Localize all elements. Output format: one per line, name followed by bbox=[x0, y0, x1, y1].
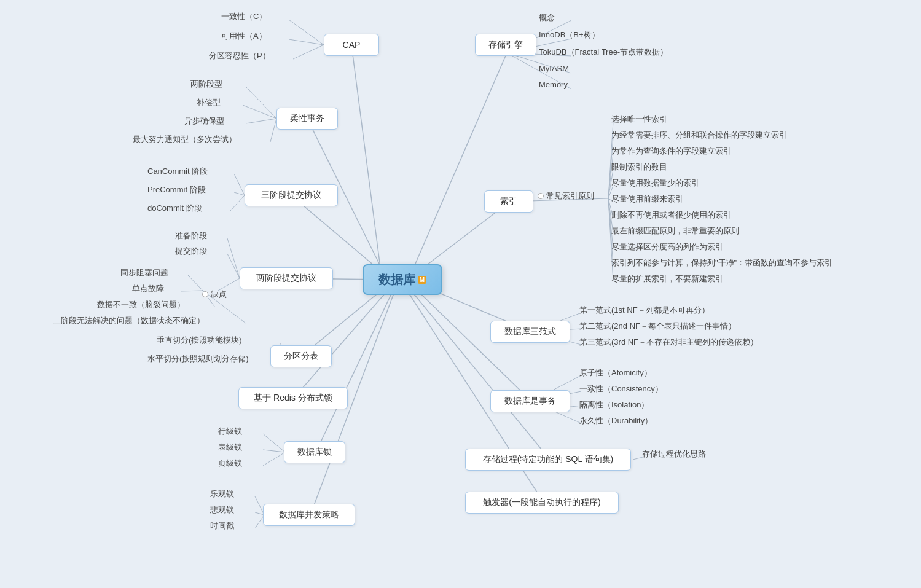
db-3nf-node: 数据库三范式 bbox=[490, 321, 570, 343]
db-acid-node: 数据库是事务 bbox=[490, 390, 570, 412]
se-myiasm-node: MyIASM bbox=[539, 64, 569, 73]
twop-submit-node: 提交阶段 bbox=[175, 246, 207, 257]
index-principle-label: 常见索引原则 bbox=[546, 190, 594, 202]
idx-p6-label: 尽量使用前缀来索引 bbox=[611, 194, 683, 205]
idx-p10-node: 索引列不能参与计算，保持列"干净"：带函数的查询不参与索引 bbox=[611, 257, 833, 269]
idx-p2-label: 为经常需要排序、分组和联合操作的字段建立索引 bbox=[611, 130, 787, 141]
svg-line-16 bbox=[293, 45, 324, 59]
idx-p2-node: 为经常需要排序、分组和联合操作的字段建立索引 bbox=[611, 130, 787, 141]
svg-line-22 bbox=[234, 192, 245, 195]
se-innodb-label: InnoDB（B+树） bbox=[539, 29, 600, 41]
storage-engine-node: 存储引擎 bbox=[475, 34, 536, 56]
se-memory-label: Memory bbox=[539, 80, 568, 89]
db-lock-node: 数据库锁 bbox=[284, 441, 345, 463]
partition-node: 分区分表 bbox=[270, 345, 332, 367]
def-incon-node: 数据不一致（脑裂问题） bbox=[97, 299, 185, 310]
svg-line-17 bbox=[246, 87, 276, 119]
ft-async-label: 异步确保型 bbox=[184, 116, 224, 127]
svg-line-6 bbox=[316, 290, 393, 452]
idx-p1-node: 选择唯一性索引 bbox=[611, 114, 667, 125]
index-principle-group: 常见索引原则 bbox=[538, 190, 594, 202]
part-h-label: 水平切分(按照规则划分存储) bbox=[147, 353, 249, 364]
def-incon-label: 数据不一致（脑裂问题） bbox=[97, 299, 185, 310]
cap-a-label: 可用性（A） bbox=[221, 31, 267, 42]
cap-a-node: 可用性（A） bbox=[221, 31, 267, 42]
se-toku-label: TokuDB（Fractal Tree-节点带数据） bbox=[539, 47, 668, 58]
nf1-node: 第一范式(1st NF－列都是不可再分） bbox=[579, 305, 710, 316]
acid-a-label: 原子性（Atomicity） bbox=[579, 367, 652, 378]
ft-comp-node: 补偿型 bbox=[197, 97, 221, 108]
ft-async-node: 异步确保型 bbox=[184, 116, 224, 127]
lock-page-label: 页级锁 bbox=[218, 458, 242, 469]
nf1-label: 第一范式(1st NF－列都是不可再分） bbox=[579, 305, 710, 316]
twop-submit-label: 提交阶段 bbox=[175, 246, 207, 257]
tp-do-node: doCommit 阶段 bbox=[147, 203, 202, 214]
def-single-label: 单点故障 bbox=[132, 283, 164, 294]
idx-p7-node: 删除不再使用或者很少使用的索引 bbox=[611, 210, 731, 221]
idx-p8-node: 最左前缀匹配原则，非常重要的原则 bbox=[611, 225, 739, 237]
flexible-tx-node: 柔性事务 bbox=[276, 108, 338, 130]
storage-engine-label: 存储引擎 bbox=[488, 39, 523, 50]
def-unsolvable-label: 二阶段无法解决的问题（数据状态不确定） bbox=[53, 315, 205, 326]
nf3-node: 第三范式(3rd NF－不存在对非主键列的传递依赖） bbox=[579, 337, 758, 348]
ft-best-node: 最大努力通知型（多次尝试） bbox=[133, 134, 237, 145]
idx-p5-label: 尽量使用数据量少的索引 bbox=[611, 178, 699, 189]
def-sync-node: 同步阻塞问题 bbox=[120, 267, 168, 278]
idx-p3-node: 为常作为查询条件的字段建立索引 bbox=[611, 146, 731, 157]
se-concept-label: 概念 bbox=[539, 12, 555, 23]
index-principle-dot bbox=[538, 193, 544, 199]
idx-p1-label: 选择唯一性索引 bbox=[611, 114, 667, 125]
redis-lock-label: 基于 Redis 分布式锁 bbox=[254, 393, 332, 404]
se-toku-node: TokuDB（Fractal Tree-节点带数据） bbox=[539, 47, 668, 58]
flexible-tx-label: 柔性事务 bbox=[290, 113, 324, 124]
tp-can-node: CanCommit 阶段 bbox=[147, 166, 208, 177]
center-label: 数据库 bbox=[378, 272, 415, 288]
idx-p5-node: 尽量使用数据量少的索引 bbox=[611, 178, 699, 189]
idx-p3-label: 为常作为查询条件的字段建立索引 bbox=[611, 146, 731, 157]
idx-p9-label: 尽量选择区分度高的列作为索引 bbox=[611, 241, 723, 253]
svg-line-21 bbox=[234, 174, 245, 195]
db-lock-label: 数据库锁 bbox=[297, 447, 332, 458]
sp-opt-label: 存储过程优化思路 bbox=[642, 449, 706, 460]
idx-p9-node: 尽量选择区分度高的列作为索引 bbox=[611, 241, 723, 253]
acid-a-node: 原子性（Atomicity） bbox=[579, 367, 652, 378]
conc-opt-node: 乐观锁 bbox=[210, 488, 234, 500]
lock-table-node: 表级锁 bbox=[218, 442, 242, 453]
se-innodb-node: InnoDB（B+树） bbox=[539, 29, 600, 41]
se-concept-node: 概念 bbox=[539, 12, 555, 23]
center-node: 数据库 M bbox=[363, 264, 442, 295]
redis-lock-node: 基于 Redis 分布式锁 bbox=[238, 387, 348, 409]
conc-time-node: 时间戳 bbox=[210, 520, 234, 531]
se-myiasm-label: MyIASM bbox=[539, 64, 569, 73]
cap-p-node: 分区容忍性（P） bbox=[209, 50, 270, 61]
ft-2phase-label: 两阶段型 bbox=[190, 79, 222, 90]
conc-time-label: 时间戳 bbox=[210, 520, 234, 531]
se-memory-node: Memory bbox=[539, 80, 568, 89]
index-node: 索引 bbox=[484, 190, 533, 213]
svg-line-23 bbox=[230, 195, 245, 211]
svg-line-47 bbox=[608, 154, 613, 198]
cap-c-label: 一致性（C） bbox=[221, 11, 267, 22]
ft-comp-label: 补偿型 bbox=[197, 97, 221, 108]
cap-p-label: 分区容忍性（P） bbox=[209, 50, 270, 61]
svg-line-0 bbox=[351, 45, 381, 272]
lock-table-label: 表级锁 bbox=[218, 442, 242, 453]
db-3nf-label: 数据库三范式 bbox=[504, 326, 556, 337]
svg-line-33 bbox=[263, 434, 285, 452]
svg-line-8 bbox=[412, 53, 507, 272]
mindmap-container: 数据库 M CAP 一致性（C） 可用性（A） 分区容忍性（P） 柔性事务 两阶… bbox=[0, 0, 921, 588]
stored-proc-node: 存储过程(特定功能的 SQL 语句集) bbox=[465, 449, 631, 471]
svg-line-19 bbox=[246, 119, 276, 123]
tp-pre-label: PreCommit 阶段 bbox=[147, 184, 206, 195]
acid-i-node: 隔离性（Isolation） bbox=[579, 399, 649, 410]
acid-i-label: 隔离性（Isolation） bbox=[579, 399, 649, 410]
cap-c-node: 一致性（C） bbox=[221, 11, 267, 22]
conc-opt-label: 乐观锁 bbox=[210, 488, 234, 500]
svg-line-27 bbox=[188, 275, 203, 291]
part-v-label: 垂直切分(按照功能模块) bbox=[157, 335, 242, 346]
svg-line-12 bbox=[409, 288, 550, 460]
cap-node: CAP bbox=[324, 34, 379, 56]
svg-line-20 bbox=[270, 119, 276, 142]
lock-page-node: 页级锁 bbox=[218, 458, 242, 469]
svg-line-28 bbox=[181, 291, 203, 291]
